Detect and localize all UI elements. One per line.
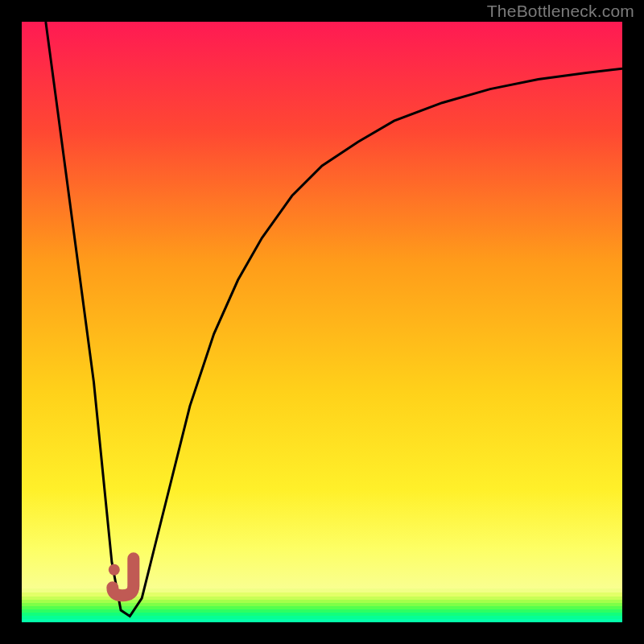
curve-layer <box>22 22 622 622</box>
watermark-text: TheBottleneck.com <box>487 2 634 21</box>
bottleneck-curve <box>46 22 622 617</box>
plot-area <box>22 22 622 622</box>
optimal-marker-dot <box>109 564 120 576</box>
chart-root: TheBottleneck.com <box>0 0 644 644</box>
